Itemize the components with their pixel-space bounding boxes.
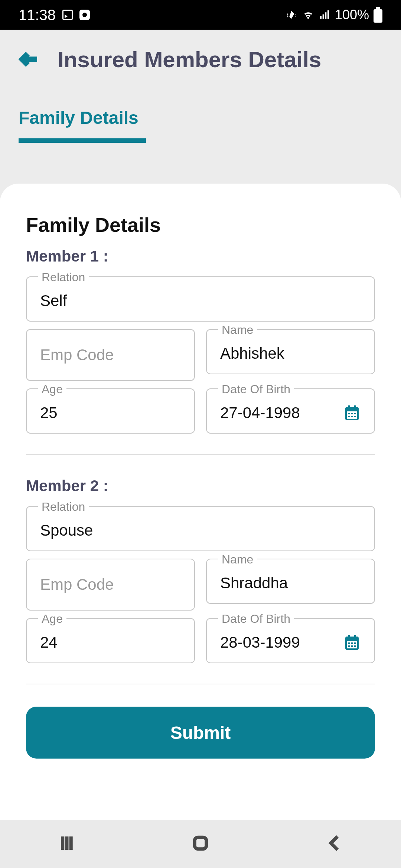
divider: [26, 454, 375, 455]
battery-percent: 100%: [335, 7, 369, 23]
member-2-age-field[interactable]: Age 24: [26, 618, 195, 663]
member-2-relation-field[interactable]: Relation Spouse: [26, 506, 375, 551]
image-icon: [62, 10, 73, 20]
name-label: Name: [218, 323, 257, 337]
member-1-relation-value: Self: [40, 292, 361, 310]
empcode-placeholder: Emp Code: [40, 346, 181, 364]
vibrate-mute-icon: [286, 9, 298, 21]
status-bar: 11:38 100%: [0, 0, 401, 30]
member-2-heading: Member 2 :: [26, 477, 375, 495]
member-2-age-value: 24: [40, 634, 181, 651]
member-2-name-value: Shraddha: [220, 574, 361, 592]
battery-icon: [374, 7, 382, 23]
member-2-name-field[interactable]: Name Shraddha: [206, 559, 375, 611]
status-time: 11:38: [19, 7, 56, 23]
home-button[interactable]: [190, 833, 211, 855]
member-1-relation-field[interactable]: Relation Self: [26, 276, 375, 322]
dob-label: Date Of Birth: [218, 382, 294, 396]
system-nav-bar: [0, 820, 401, 868]
calendar-icon[interactable]: [343, 634, 361, 651]
status-right: 100%: [286, 7, 382, 23]
member-2-dob-value: 28-03-1999: [220, 634, 300, 651]
name-label: Name: [218, 553, 257, 566]
dob-label: Date Of Birth: [218, 612, 294, 626]
wifi-icon: [302, 9, 314, 21]
status-left: 11:38: [19, 7, 90, 23]
card-title: Family Details: [26, 213, 375, 236]
page-title: Insured Members Details: [58, 47, 321, 72]
age-label: Age: [38, 382, 66, 396]
back-nav-button[interactable]: [324, 833, 344, 855]
relation-label: Relation: [38, 270, 89, 284]
member-1-dob-value: 27-04-1998: [220, 404, 300, 422]
form-card: Family Details Member 1 : Relation Self …: [0, 184, 401, 851]
svg-rect-0: [195, 837, 206, 849]
divider: [26, 684, 375, 684]
submit-label: Submit: [170, 723, 231, 743]
age-label: Age: [38, 612, 66, 626]
member-1-dob-field[interactable]: Date Of Birth 27-04-1998: [206, 388, 375, 434]
member-2-dob-field[interactable]: Date Of Birth 28-03-1999: [206, 618, 375, 663]
member-1-name-field[interactable]: Name Abhishek: [206, 329, 375, 381]
member-1-name-value: Abhishek: [220, 345, 361, 362]
calendar-icon[interactable]: [343, 404, 361, 422]
member-2-relation-value: Spouse: [40, 522, 361, 539]
app-bar: Insured Members Details: [0, 30, 401, 89]
arrow-left-icon: [19, 48, 41, 70]
member-1-age-value: 25: [40, 404, 181, 422]
recents-button[interactable]: [57, 833, 77, 855]
relation-label: Relation: [38, 500, 89, 514]
member-1-age-field[interactable]: Age 25: [26, 388, 195, 434]
signal-icon: [319, 9, 330, 21]
timer-icon: [79, 10, 90, 20]
submit-button[interactable]: Submit: [26, 707, 375, 759]
member-2-empcode-field[interactable]: Emp Code: [26, 559, 195, 611]
empcode-placeholder: Emp Code: [40, 576, 181, 594]
member-1-empcode-field[interactable]: Emp Code: [26, 329, 195, 381]
tab-family-details[interactable]: Family Details: [19, 108, 146, 143]
tab-strip: Family Details: [0, 89, 401, 143]
back-button[interactable]: [19, 48, 41, 70]
member-1-heading: Member 1 :: [26, 247, 375, 265]
